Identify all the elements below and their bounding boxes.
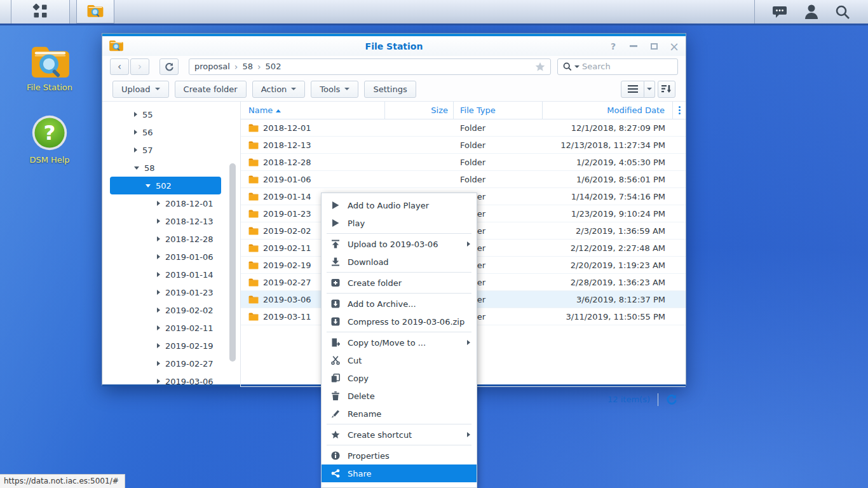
search-icon[interactable]: [835, 4, 850, 20]
maximize-icon[interactable]: [649, 41, 659, 51]
refresh-list-button[interactable]: [666, 394, 677, 405]
sort-button[interactable]: [658, 81, 675, 98]
tree-item-2019-02-11[interactable]: 2019-02-11: [110, 319, 221, 337]
chevron-right-icon[interactable]: [134, 130, 137, 135]
tree-item-2019-01-14[interactable]: 2019-01-14: [110, 266, 221, 283]
breadcrumb-segment-proposal[interactable]: proposal: [194, 62, 230, 71]
column-options-button[interactable]: [673, 102, 686, 119]
chevron-down-icon[interactable]: [146, 184, 151, 187]
chevron-right-icon[interactable]: [157, 290, 160, 295]
tree-item-2018-12-01[interactable]: 2018-12-01: [110, 194, 221, 212]
tree-item-2018-12-13[interactable]: 2018-12-13: [110, 212, 221, 230]
tree-item-2019-02-27[interactable]: 2019-02-27: [110, 355, 221, 372]
chevron-down-icon[interactable]: [134, 166, 139, 170]
tree-item-2019-01-23[interactable]: 2019-01-23: [110, 283, 221, 301]
breadcrumb-segment-502[interactable]: 502: [266, 62, 281, 71]
search-field[interactable]: [557, 58, 678, 75]
desktop-icon-file-station[interactable]: File Station: [11, 43, 88, 92]
menu-item-add-to-archive[interactable]: Add to Archive...: [322, 295, 477, 313]
column-header-size[interactable]: Size: [385, 102, 454, 119]
chevron-right-icon[interactable]: [157, 361, 160, 366]
tree-item-label: 2019-01-23: [165, 288, 214, 297]
menu-item-rename[interactable]: Rename: [322, 405, 477, 423]
minimize-icon[interactable]: [628, 41, 639, 51]
help-icon[interactable]: ?: [608, 41, 618, 51]
main-menu-button[interactable]: [11, 0, 70, 24]
tree-item-2019-02-02[interactable]: 2019-02-02: [110, 301, 221, 319]
menu-item-compress-to-2019-03-06-zip[interactable]: Compress to 2019-03-06.zip: [322, 313, 477, 330]
close-icon[interactable]: ×: [669, 41, 679, 51]
favorite-star-icon[interactable]: [535, 62, 545, 72]
breadcrumb[interactable]: proposal›58›502: [189, 58, 551, 75]
tree-item-502[interactable]: 502: [110, 177, 221, 194]
list-view-button[interactable]: [621, 81, 644, 98]
menu-item-properties[interactable]: Properties: [322, 447, 477, 464]
view-dropdown-button[interactable]: [644, 81, 655, 98]
column-header-name[interactable]: Name: [241, 102, 385, 119]
chevron-right-icon[interactable]: [157, 379, 160, 384]
upload-button[interactable]: Upload: [112, 81, 169, 98]
menu-item-create-folder[interactable]: Create folder: [322, 274, 477, 292]
tree-item-57[interactable]: 57: [110, 141, 221, 159]
chevron-down-icon: [344, 88, 349, 90]
refresh-button[interactable]: [159, 58, 179, 75]
tree-item-2018-12-28[interactable]: 2018-12-28: [110, 230, 221, 248]
user-icon[interactable]: [804, 4, 818, 20]
action-button[interactable]: Action: [252, 81, 306, 98]
menu-item-cut[interactable]: Cut: [322, 351, 477, 369]
create-folder-button[interactable]: Create folder: [175, 81, 247, 98]
forward-button[interactable]: ›: [130, 58, 149, 75]
menu-item-label: Add to Archive...: [348, 299, 416, 309]
menu-item-play[interactable]: Play: [322, 214, 477, 232]
menu-item-upload-to-2019-03-06[interactable]: Upload to 2019-03-06: [322, 235, 477, 253]
window-controls: ? ×: [608, 41, 679, 51]
menu-item-share[interactable]: Share: [322, 464, 477, 482]
chevron-right-icon[interactable]: [157, 343, 160, 348]
chevron-right-icon[interactable]: [157, 272, 160, 277]
settings-button[interactable]: Settings: [364, 81, 416, 98]
menu-item-download[interactable]: Download: [322, 253, 477, 271]
chevron-right-icon[interactable]: [157, 254, 160, 259]
menu-item-delete[interactable]: Delete: [322, 387, 477, 405]
file-row-2018-12-01[interactable]: 2018-12-01Folder12/1/2018, 8:27:09 PM: [241, 119, 686, 137]
chevron-right-icon[interactable]: [134, 147, 137, 152]
chevron-right-icon[interactable]: [157, 201, 160, 206]
tree-item-58[interactable]: 58: [110, 159, 221, 177]
action-toolbar-buttons: UploadCreate folderActionToolsSettings: [112, 81, 422, 98]
menu-item-add-to-audio-player[interactable]: Add to Audio Player: [322, 196, 477, 214]
file-modified-cell: 12/13/2018, 11:27:34 PM: [543, 140, 673, 150]
tree-scrollbar[interactable]: [229, 163, 236, 362]
tree-item-2019-01-06[interactable]: 2019-01-06: [110, 248, 221, 266]
chevron-right-icon[interactable]: [157, 325, 160, 330]
breadcrumb-segment-58[interactable]: 58: [242, 62, 253, 71]
taskbar-filestation-button[interactable]: [76, 0, 114, 24]
menu-item-create-shortcut[interactable]: Create shortcut: [322, 426, 477, 444]
tree-item-55[interactable]: 55: [110, 105, 221, 123]
tree-item-2019-02-19[interactable]: 2019-02-19: [110, 337, 221, 355]
file-row-2019-01-06[interactable]: 2019-01-06Folder1/6/2019, 8:56:01 PM: [241, 171, 686, 188]
tree-item-2019-03-06[interactable]: 2019-03-06: [110, 372, 221, 387]
back-button[interactable]: ‹: [110, 58, 129, 75]
notifications-icon[interactable]: [773, 5, 788, 19]
desktop-icon-dsm-help[interactable]: ? DSM Help: [11, 114, 88, 165]
menu-item-copy-to-move-to[interactable]: Copy to/Move to ...: [322, 334, 477, 351]
folder-plus-icon: [330, 278, 341, 288]
column-header-modified-date[interactable]: Modified Date: [543, 102, 673, 119]
tree-item-56[interactable]: 56: [110, 123, 221, 141]
file-list-header: Name Size File Type Modified Date: [241, 102, 686, 119]
tools-button[interactable]: Tools: [311, 81, 358, 98]
chevron-right-icon[interactable]: [157, 219, 160, 224]
chevron-right-icon[interactable]: [134, 112, 137, 117]
chevron-right-icon[interactable]: [157, 236, 160, 241]
file-row-2018-12-13[interactable]: 2018-12-13Folder12/13/2018, 11:27:34 PM: [241, 137, 686, 154]
column-header-file-type[interactable]: File Type: [454, 102, 543, 119]
desktop-icon-label: File Station: [11, 83, 88, 92]
chevron-right-icon[interactable]: [157, 308, 160, 313]
search-input[interactable]: [582, 62, 652, 71]
menu-item-copy[interactable]: Copy: [322, 369, 477, 387]
file-name: 2019-02-27: [263, 278, 311, 287]
share-icon: [330, 468, 341, 478]
window-titlebar[interactable]: File Station ? ×: [102, 36, 686, 56]
chevron-down-icon[interactable]: [574, 65, 580, 68]
file-row-2018-12-28[interactable]: 2018-12-28Folder1/2/2019, 4:05:30 PM: [241, 154, 686, 171]
